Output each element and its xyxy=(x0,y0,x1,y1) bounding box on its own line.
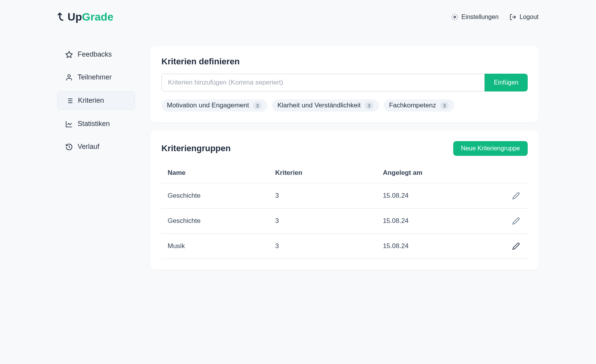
cell-name: Geschichte xyxy=(168,192,275,200)
groups-header: Kriteriengruppen Neue Kriteriengruppe xyxy=(161,141,528,156)
col-criteria: Kriterien xyxy=(275,169,383,177)
chart-icon xyxy=(65,120,73,128)
logo[interactable]: UpGrade xyxy=(57,11,113,23)
tag-count: 3 xyxy=(364,102,373,109)
svg-point-0 xyxy=(454,16,456,18)
logo-arrow-icon xyxy=(57,12,67,22)
header: UpGrade Einstellungen Logout xyxy=(57,0,539,34)
sidebar-item-feedbacks[interactable]: Feedbacks xyxy=(57,46,135,63)
edit-button[interactable] xyxy=(490,241,522,252)
add-criteria-button[interactable]: Einfügen xyxy=(485,74,528,91)
col-created: Angelegt am xyxy=(383,169,490,177)
cell-criteria: 3 xyxy=(275,217,383,225)
criteria-title: Kriterien definieren xyxy=(161,57,528,67)
cell-created: 15.08.24 xyxy=(383,217,490,225)
sidebar-item-verlauf[interactable]: Verlauf xyxy=(57,138,135,155)
gear-icon xyxy=(451,14,458,21)
sidebar-item-label: Verlauf xyxy=(78,143,99,151)
sidebar-item-kriterien[interactable]: Kriterien xyxy=(57,91,135,110)
tag-label: Motivation und Engagement xyxy=(167,102,249,109)
sidebar: Feedbacks Teilnehmer Kriterien xyxy=(57,46,135,278)
cell-name: Musik xyxy=(168,242,275,250)
groups-title: Kriteriengruppen xyxy=(161,143,230,154)
criteria-input[interactable] xyxy=(161,74,485,91)
tag-label: Klarheit und Verständlichkeit xyxy=(277,102,361,109)
cell-criteria: 3 xyxy=(275,242,383,250)
star-icon xyxy=(65,51,73,59)
tag-klarheit[interactable]: Klarheit und Verständlichkeit 3 xyxy=(272,99,379,112)
criteria-card: Kriterien definieren Einfügen Motivation… xyxy=(151,46,539,122)
groups-table: Name Kriterien Angelegt am Geschichte 3 … xyxy=(161,163,528,259)
svg-marker-1 xyxy=(66,51,73,57)
pencil-icon xyxy=(512,242,520,250)
tag-motivation[interactable]: Motivation und Engagement 3 xyxy=(161,99,267,112)
sidebar-item-label: Teilnehmer xyxy=(78,73,112,81)
table-row: Musik 3 15.08.24 xyxy=(161,234,528,259)
criteria-input-row: Einfügen xyxy=(161,74,528,91)
sidebar-item-label: Feedbacks xyxy=(78,50,112,59)
list-icon xyxy=(66,97,73,105)
tag-count: 3 xyxy=(253,102,262,109)
sidebar-item-statistiken[interactable]: Statistiken xyxy=(57,115,135,133)
history-icon xyxy=(65,143,73,151)
cell-criteria: 3 xyxy=(275,192,383,200)
cell-name: Geschichte xyxy=(168,217,275,225)
cell-created: 15.08.24 xyxy=(383,192,490,200)
logout-icon xyxy=(509,14,516,21)
sidebar-item-label: Kriterien xyxy=(78,97,104,105)
tag-label: Fachkompetenz xyxy=(389,102,436,109)
table-row: Geschichte 3 15.08.24 xyxy=(161,209,528,234)
edit-button[interactable] xyxy=(490,216,522,226)
logout-label: Logout xyxy=(520,14,539,21)
logo-text-up: Up xyxy=(68,11,82,23)
logout-button[interactable]: Logout xyxy=(509,14,539,21)
edit-button[interactable] xyxy=(490,190,522,201)
col-name: Name xyxy=(168,169,275,177)
header-actions: Einstellungen Logout xyxy=(451,14,539,21)
sidebar-item-teilnehmer[interactable]: Teilnehmer xyxy=(57,69,135,86)
cell-created: 15.08.24 xyxy=(383,242,490,250)
svg-point-2 xyxy=(68,74,71,77)
tag-fachkompetenz[interactable]: Fachkompetenz 3 xyxy=(384,99,454,112)
tag-count: 3 xyxy=(440,102,449,109)
settings-button[interactable]: Einstellungen xyxy=(451,14,499,21)
criteria-tags: Motivation und Engagement 3 Klarheit und… xyxy=(161,99,528,112)
user-icon xyxy=(65,74,73,81)
main-content: Kriterien definieren Einfügen Motivation… xyxy=(151,46,539,278)
groups-card: Kriteriengruppen Neue Kriteriengruppe Na… xyxy=(151,130,539,270)
pencil-icon xyxy=(512,217,520,225)
table-header: Name Kriterien Angelegt am xyxy=(161,163,528,183)
new-group-button[interactable]: Neue Kriteriengruppe xyxy=(453,141,528,156)
settings-label: Einstellungen xyxy=(461,14,499,21)
sidebar-item-label: Statistiken xyxy=(78,120,110,128)
logo-text-grade: Grade xyxy=(82,11,113,23)
table-row: Geschichte 3 15.08.24 xyxy=(161,183,528,209)
pencil-icon xyxy=(512,192,520,200)
